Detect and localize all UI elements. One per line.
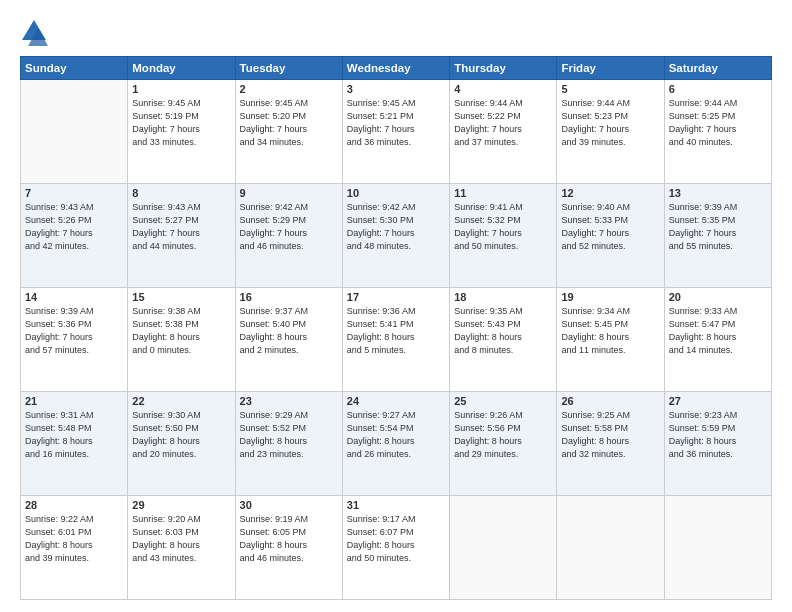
- day-info: Sunrise: 9:36 AM Sunset: 5:41 PM Dayligh…: [347, 305, 445, 357]
- calendar-cell: 19Sunrise: 9:34 AM Sunset: 5:45 PM Dayli…: [557, 288, 664, 392]
- calendar-cell: 1Sunrise: 9:45 AM Sunset: 5:19 PM Daylig…: [128, 80, 235, 184]
- day-number: 17: [347, 291, 445, 303]
- calendar-cell: 4Sunrise: 9:44 AM Sunset: 5:22 PM Daylig…: [450, 80, 557, 184]
- day-info: Sunrise: 9:44 AM Sunset: 5:25 PM Dayligh…: [669, 97, 767, 149]
- header-day-sunday: Sunday: [21, 57, 128, 80]
- calendar-cell: 14Sunrise: 9:39 AM Sunset: 5:36 PM Dayli…: [21, 288, 128, 392]
- calendar-cell: 23Sunrise: 9:29 AM Sunset: 5:52 PM Dayli…: [235, 392, 342, 496]
- day-number: 6: [669, 83, 767, 95]
- calendar-cell: 7Sunrise: 9:43 AM Sunset: 5:26 PM Daylig…: [21, 184, 128, 288]
- calendar-cell: 18Sunrise: 9:35 AM Sunset: 5:43 PM Dayli…: [450, 288, 557, 392]
- day-number: 10: [347, 187, 445, 199]
- day-number: 9: [240, 187, 338, 199]
- day-number: 31: [347, 499, 445, 511]
- calendar-cell: 8Sunrise: 9:43 AM Sunset: 5:27 PM Daylig…: [128, 184, 235, 288]
- calendar-cell: 26Sunrise: 9:25 AM Sunset: 5:58 PM Dayli…: [557, 392, 664, 496]
- day-number: 14: [25, 291, 123, 303]
- calendar-cell: 5Sunrise: 9:44 AM Sunset: 5:23 PM Daylig…: [557, 80, 664, 184]
- calendar-cell: 10Sunrise: 9:42 AM Sunset: 5:30 PM Dayli…: [342, 184, 449, 288]
- day-info: Sunrise: 9:42 AM Sunset: 5:30 PM Dayligh…: [347, 201, 445, 253]
- calendar-cell: 11Sunrise: 9:41 AM Sunset: 5:32 PM Dayli…: [450, 184, 557, 288]
- day-number: 4: [454, 83, 552, 95]
- day-number: 26: [561, 395, 659, 407]
- week-row-0: 1Sunrise: 9:45 AM Sunset: 5:19 PM Daylig…: [21, 80, 772, 184]
- day-number: 13: [669, 187, 767, 199]
- day-number: 21: [25, 395, 123, 407]
- calendar-cell: 20Sunrise: 9:33 AM Sunset: 5:47 PM Dayli…: [664, 288, 771, 392]
- day-info: Sunrise: 9:31 AM Sunset: 5:48 PM Dayligh…: [25, 409, 123, 461]
- day-info: Sunrise: 9:43 AM Sunset: 5:26 PM Dayligh…: [25, 201, 123, 253]
- day-number: 29: [132, 499, 230, 511]
- calendar-cell: 13Sunrise: 9:39 AM Sunset: 5:35 PM Dayli…: [664, 184, 771, 288]
- calendar-cell: 28Sunrise: 9:22 AM Sunset: 6:01 PM Dayli…: [21, 496, 128, 600]
- day-number: 5: [561, 83, 659, 95]
- day-info: Sunrise: 9:39 AM Sunset: 5:35 PM Dayligh…: [669, 201, 767, 253]
- day-info: Sunrise: 9:29 AM Sunset: 5:52 PM Dayligh…: [240, 409, 338, 461]
- header-row: SundayMondayTuesdayWednesdayThursdayFrid…: [21, 57, 772, 80]
- header-day-wednesday: Wednesday: [342, 57, 449, 80]
- day-number: 7: [25, 187, 123, 199]
- calendar-cell: 22Sunrise: 9:30 AM Sunset: 5:50 PM Dayli…: [128, 392, 235, 496]
- day-info: Sunrise: 9:40 AM Sunset: 5:33 PM Dayligh…: [561, 201, 659, 253]
- day-number: 3: [347, 83, 445, 95]
- week-row-3: 21Sunrise: 9:31 AM Sunset: 5:48 PM Dayli…: [21, 392, 772, 496]
- day-number: 2: [240, 83, 338, 95]
- calendar-cell: 31Sunrise: 9:17 AM Sunset: 6:07 PM Dayli…: [342, 496, 449, 600]
- day-number: 24: [347, 395, 445, 407]
- logo-icon: [20, 18, 48, 46]
- day-number: 11: [454, 187, 552, 199]
- day-info: Sunrise: 9:23 AM Sunset: 5:59 PM Dayligh…: [669, 409, 767, 461]
- day-info: Sunrise: 9:19 AM Sunset: 6:05 PM Dayligh…: [240, 513, 338, 565]
- day-info: Sunrise: 9:25 AM Sunset: 5:58 PM Dayligh…: [561, 409, 659, 461]
- calendar-cell: 30Sunrise: 9:19 AM Sunset: 6:05 PM Dayli…: [235, 496, 342, 600]
- calendar-cell: [450, 496, 557, 600]
- calendar-cell: 29Sunrise: 9:20 AM Sunset: 6:03 PM Dayli…: [128, 496, 235, 600]
- day-info: Sunrise: 9:20 AM Sunset: 6:03 PM Dayligh…: [132, 513, 230, 565]
- calendar-cell: [557, 496, 664, 600]
- day-info: Sunrise: 9:26 AM Sunset: 5:56 PM Dayligh…: [454, 409, 552, 461]
- day-info: Sunrise: 9:45 AM Sunset: 5:19 PM Dayligh…: [132, 97, 230, 149]
- calendar-cell: 27Sunrise: 9:23 AM Sunset: 5:59 PM Dayli…: [664, 392, 771, 496]
- logo: [20, 18, 52, 46]
- calendar-table: SundayMondayTuesdayWednesdayThursdayFrid…: [20, 56, 772, 600]
- header-day-tuesday: Tuesday: [235, 57, 342, 80]
- calendar-cell: 9Sunrise: 9:42 AM Sunset: 5:29 PM Daylig…: [235, 184, 342, 288]
- day-info: Sunrise: 9:30 AM Sunset: 5:50 PM Dayligh…: [132, 409, 230, 461]
- calendar-cell: [21, 80, 128, 184]
- calendar-cell: 2Sunrise: 9:45 AM Sunset: 5:20 PM Daylig…: [235, 80, 342, 184]
- day-info: Sunrise: 9:35 AM Sunset: 5:43 PM Dayligh…: [454, 305, 552, 357]
- day-info: Sunrise: 9:17 AM Sunset: 6:07 PM Dayligh…: [347, 513, 445, 565]
- day-info: Sunrise: 9:43 AM Sunset: 5:27 PM Dayligh…: [132, 201, 230, 253]
- day-info: Sunrise: 9:33 AM Sunset: 5:47 PM Dayligh…: [669, 305, 767, 357]
- day-info: Sunrise: 9:34 AM Sunset: 5:45 PM Dayligh…: [561, 305, 659, 357]
- day-number: 28: [25, 499, 123, 511]
- day-info: Sunrise: 9:44 AM Sunset: 5:22 PM Dayligh…: [454, 97, 552, 149]
- calendar-cell: 24Sunrise: 9:27 AM Sunset: 5:54 PM Dayli…: [342, 392, 449, 496]
- header-day-saturday: Saturday: [664, 57, 771, 80]
- day-info: Sunrise: 9:45 AM Sunset: 5:21 PM Dayligh…: [347, 97, 445, 149]
- calendar-cell: 3Sunrise: 9:45 AM Sunset: 5:21 PM Daylig…: [342, 80, 449, 184]
- day-number: 8: [132, 187, 230, 199]
- day-info: Sunrise: 9:39 AM Sunset: 5:36 PM Dayligh…: [25, 305, 123, 357]
- week-row-1: 7Sunrise: 9:43 AM Sunset: 5:26 PM Daylig…: [21, 184, 772, 288]
- calendar-cell: 21Sunrise: 9:31 AM Sunset: 5:48 PM Dayli…: [21, 392, 128, 496]
- day-info: Sunrise: 9:41 AM Sunset: 5:32 PM Dayligh…: [454, 201, 552, 253]
- calendar-cell: 25Sunrise: 9:26 AM Sunset: 5:56 PM Dayli…: [450, 392, 557, 496]
- day-number: 19: [561, 291, 659, 303]
- day-info: Sunrise: 9:45 AM Sunset: 5:20 PM Dayligh…: [240, 97, 338, 149]
- day-info: Sunrise: 9:27 AM Sunset: 5:54 PM Dayligh…: [347, 409, 445, 461]
- day-number: 1: [132, 83, 230, 95]
- day-number: 16: [240, 291, 338, 303]
- day-info: Sunrise: 9:37 AM Sunset: 5:40 PM Dayligh…: [240, 305, 338, 357]
- calendar-cell: 16Sunrise: 9:37 AM Sunset: 5:40 PM Dayli…: [235, 288, 342, 392]
- day-number: 18: [454, 291, 552, 303]
- day-info: Sunrise: 9:42 AM Sunset: 5:29 PM Dayligh…: [240, 201, 338, 253]
- day-number: 30: [240, 499, 338, 511]
- calendar-cell: 6Sunrise: 9:44 AM Sunset: 5:25 PM Daylig…: [664, 80, 771, 184]
- day-number: 22: [132, 395, 230, 407]
- calendar-cell: 15Sunrise: 9:38 AM Sunset: 5:38 PM Dayli…: [128, 288, 235, 392]
- day-info: Sunrise: 9:38 AM Sunset: 5:38 PM Dayligh…: [132, 305, 230, 357]
- day-number: 20: [669, 291, 767, 303]
- header-day-thursday: Thursday: [450, 57, 557, 80]
- day-info: Sunrise: 9:22 AM Sunset: 6:01 PM Dayligh…: [25, 513, 123, 565]
